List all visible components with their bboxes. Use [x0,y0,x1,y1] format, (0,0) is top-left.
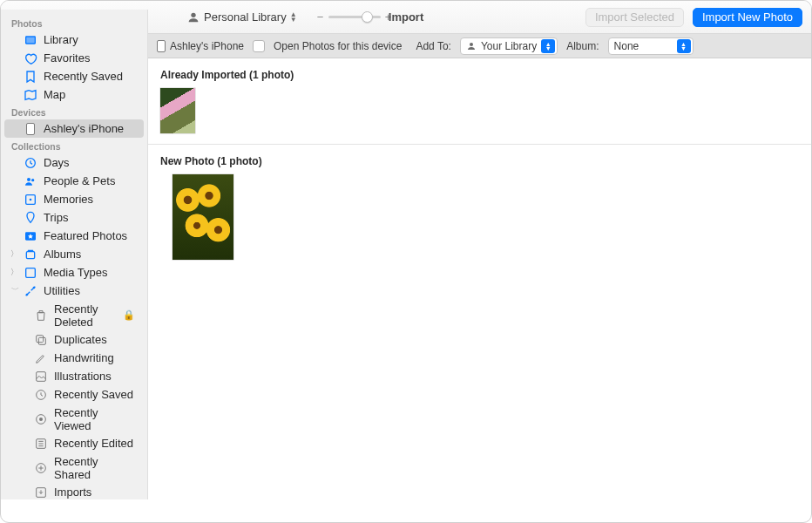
album-label: Album: [566,40,599,52]
add-to-select[interactable]: Your Library ▲▼ [460,37,558,55]
sidebar-item-days[interactable]: Days [4,153,144,172]
sidebar-item-label: Media Types [44,266,107,279]
iphone-icon [157,40,166,52]
already-imported-row [148,88,811,144]
sidebar-item-recently-saved[interactable]: Recently Saved [4,67,144,85]
thumbnail-zoom-slider[interactable]: − + [316,10,393,24]
svg-point-24 [470,43,473,46]
sidebar-item-library[interactable]: Library [4,31,144,49]
sidebar-item-duplicates[interactable]: Duplicates [4,330,144,349]
trash-icon [34,309,48,323]
import-selected-button: Import Selected [585,8,684,27]
star-icon [24,229,37,243]
sidebar-item-recently-viewed[interactable]: Recently Viewed [4,404,144,434]
people-icon [24,174,37,188]
sidebar-section-photos: Photos [1,15,147,31]
import-new-photo-label: Import New Photo [702,10,793,24]
sidebar-item-imports[interactable]: Imports [4,483,144,499]
heart-icon [24,51,37,65]
import-new-photo-button[interactable]: Import New Photo [693,8,802,27]
sidebar-item-label: Recently Saved [54,388,133,401]
sidebar-item-albums[interactable]: 〉 Albums [4,245,144,263]
sidebar-item-map[interactable]: Map [4,85,144,104]
add-to-value: Your Library [481,40,537,52]
sidebar-item-people-pets[interactable]: People & Pets [4,172,144,190]
calendar-icon [24,156,37,170]
duplicates-icon [34,333,48,347]
main-area: Photos Library Favorites Recently Saved … [1,34,811,523]
sidebar-item-recently-deleted[interactable]: Recently Deleted 🔒 [4,300,144,330]
svg-point-19 [39,418,43,421]
sidebar-item-recently-edited[interactable]: Recently Edited [4,434,144,452]
sidebar-item-illustrations[interactable]: Illustrations [4,367,144,385]
sidebar-item-media-types[interactable]: 〉 Media Types [4,263,144,282]
chevron-updown-icon: ▲▼ [677,39,691,53]
svg-point-12 [26,293,29,295]
pencil-icon [34,351,48,365]
sidebar-item-label: Illustrations [54,370,112,383]
sidebar-item-memories[interactable]: Memories [4,190,144,208]
svg-point-0 [191,12,195,17]
svg-point-7 [30,198,32,200]
pin-icon [24,211,37,225]
sidebar-item-label: Memories [44,193,93,206]
sidebar-item-label: Library [44,33,78,46]
library-selector[interactable]: Personal Library ▲▼ [183,9,301,26]
import-selected-label: Import Selected [595,10,674,24]
sidebar-item-featured-photos[interactable]: Featured Photos [4,227,144,245]
lock-icon: 🔒 [123,309,135,321]
library-icon [24,33,37,47]
sidebar-item-label: Favorites [44,51,90,65]
sidebar-item-recently-saved-2[interactable]: Recently Saved [4,385,144,404]
sidebar-item-device-iphone[interactable]: Ashley's iPhone [4,119,144,138]
sidebar-item-label: Recently Deleted [54,302,117,329]
sidebar-item-recently-shared[interactable]: Recently Shared [4,452,144,483]
sliders-icon [34,437,48,451]
sidebar-item-handwriting[interactable]: Handwriting [4,349,144,367]
open-photos-label: Open Photos for this device [274,40,402,52]
add-to-label: Add To: [416,40,450,52]
sidebar-item-label: Recently Edited [54,437,133,450]
memories-icon [24,193,37,207]
sidebar-item-trips[interactable]: Trips [4,208,144,227]
sidebar-item-label: People & Pets [44,174,115,187]
device-indicator: Ashley's iPhone [157,40,244,52]
svg-rect-14 [37,335,44,342]
sidebar-item-label: Recently Shared [54,455,135,481]
photo-thumbnail[interactable] [160,88,195,133]
open-photos-checkbox[interactable] [253,40,265,52]
bookmark-icon [24,70,37,84]
sidebar-section-devices: Devices [1,104,147,119]
person-icon [466,41,477,51]
media-types-icon [24,266,37,280]
chevron-down-icon[interactable]: 〉 [9,287,20,295]
sidebar-item-label: Recently Saved [44,70,123,83]
album-value: None [614,40,673,52]
sidebar-item-utilities[interactable]: 〉 Utilities [4,282,144,300]
svg-rect-10 [28,249,34,250]
sidebar-section-collections: Collections [1,138,147,153]
library-selector-label: Personal Library [204,10,287,24]
sidebar-item-favorites[interactable]: Favorites [4,49,144,67]
album-select[interactable]: None ▲▼ [608,37,694,55]
device-name-label: Ashley's iPhone [170,40,244,52]
share-icon [34,461,48,475]
sidebar-item-label: Duplicates [54,333,107,346]
illustrations-icon [34,370,48,384]
sidebar-item-label: Albums [44,248,81,261]
wrench-icon [24,284,37,298]
sidebar-item-label: Utilities [44,284,80,297]
sidebar-item-label: Days [44,156,70,169]
zoom-slider-thumb[interactable] [362,11,373,23]
download-icon [34,486,48,499]
photo-thumbnail[interactable] [173,174,233,260]
zoom-slider-track[interactable] [328,16,381,18]
sidebar-item-label: Imports [54,486,91,499]
svg-rect-2 [26,37,34,43]
eye-icon [34,412,48,426]
person-icon [186,10,200,24]
sidebar: Photos Library Favorites Recently Saved … [1,10,148,499]
chevron-right-icon[interactable]: 〉 [10,267,18,278]
chevron-right-icon[interactable]: 〉 [10,248,18,260]
sidebar-item-label: Recently Viewed [54,406,135,432]
